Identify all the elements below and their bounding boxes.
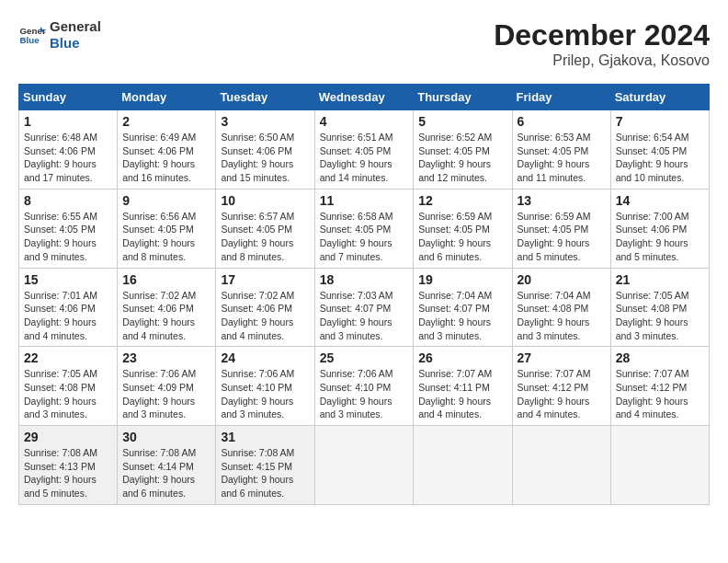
calendar-cell: 5Sunrise: 6:52 AMSunset: 4:05 PMDaylight… xyxy=(414,110,512,190)
day-number: 18 xyxy=(320,272,409,287)
calendar-week-row: 29Sunrise: 7:08 AMSunset: 4:13 PMDayligh… xyxy=(19,426,710,505)
calendar-cell: 6Sunrise: 6:53 AMSunset: 4:05 PMDaylight… xyxy=(512,110,610,190)
day-info: Sunrise: 6:58 AMSunset: 4:05 PMDaylight:… xyxy=(320,210,409,264)
day-number: 17 xyxy=(221,272,309,287)
day-info: Sunrise: 6:49 AMSunset: 4:06 PMDaylight:… xyxy=(122,131,210,185)
day-number: 15 xyxy=(24,272,112,287)
calendar-cell: 7Sunrise: 6:54 AMSunset: 4:05 PMDaylight… xyxy=(610,110,709,190)
calendar-cell: 8Sunrise: 6:55 AMSunset: 4:05 PMDaylight… xyxy=(19,189,118,268)
day-number: 30 xyxy=(122,430,210,444)
day-info: Sunrise: 7:08 AMSunset: 4:13 PMDaylight:… xyxy=(24,446,112,500)
calendar-cell: 4Sunrise: 6:51 AMSunset: 4:05 PMDaylight… xyxy=(314,110,414,190)
page-header: General Blue General Blue December 2024 … xyxy=(18,18,710,69)
day-info: Sunrise: 7:07 AMSunset: 4:12 PMDaylight:… xyxy=(616,367,704,421)
col-thursday: Thursday xyxy=(414,85,512,110)
calendar-cell: 14Sunrise: 7:00 AMSunset: 4:06 PMDayligh… xyxy=(610,189,709,268)
calendar-cell: 19Sunrise: 7:04 AMSunset: 4:07 PMDayligh… xyxy=(414,268,512,347)
calendar-header-row: Sunday Monday Tuesday Wednesday Thursday… xyxy=(19,85,710,110)
calendar-cell: 31Sunrise: 7:08 AMSunset: 4:15 PMDayligh… xyxy=(216,426,314,505)
day-number: 10 xyxy=(221,193,309,208)
month-title: December 2024 xyxy=(494,18,710,52)
calendar-cell: 26Sunrise: 7:07 AMSunset: 4:11 PMDayligh… xyxy=(414,347,512,426)
col-tuesday: Tuesday xyxy=(216,85,314,110)
day-info: Sunrise: 6:52 AMSunset: 4:05 PMDaylight:… xyxy=(418,131,506,185)
day-number: 28 xyxy=(616,350,704,365)
calendar-cell: 13Sunrise: 6:59 AMSunset: 4:05 PMDayligh… xyxy=(512,189,610,268)
day-number: 12 xyxy=(418,193,506,208)
day-number: 20 xyxy=(518,272,606,287)
day-info: Sunrise: 7:02 AMSunset: 4:06 PMDaylight:… xyxy=(221,289,309,343)
day-info: Sunrise: 7:07 AMSunset: 4:12 PMDaylight:… xyxy=(518,367,606,421)
calendar-cell: 16Sunrise: 7:02 AMSunset: 4:06 PMDayligh… xyxy=(118,268,216,347)
calendar-cell: 21Sunrise: 7:05 AMSunset: 4:08 PMDayligh… xyxy=(610,268,709,347)
day-number: 25 xyxy=(320,350,409,365)
logo-blue-text: Blue xyxy=(50,35,101,52)
day-number: 7 xyxy=(616,114,704,129)
day-number: 5 xyxy=(418,114,506,129)
day-number: 24 xyxy=(221,350,309,365)
day-number: 8 xyxy=(24,193,112,208)
col-saturday: Saturday xyxy=(610,85,709,110)
calendar-cell: 24Sunrise: 7:06 AMSunset: 4:10 PMDayligh… xyxy=(216,347,314,426)
calendar-cell: 30Sunrise: 7:08 AMSunset: 4:14 PMDayligh… xyxy=(118,426,216,505)
day-info: Sunrise: 7:05 AMSunset: 4:08 PMDaylight:… xyxy=(24,367,112,421)
day-number: 9 xyxy=(122,193,210,208)
col-sunday: Sunday xyxy=(19,85,118,110)
calendar-cell: 10Sunrise: 6:57 AMSunset: 4:05 PMDayligh… xyxy=(216,189,314,268)
day-info: Sunrise: 6:48 AMSunset: 4:06 PMDaylight:… xyxy=(24,131,112,185)
calendar-cell xyxy=(414,426,512,505)
day-info: Sunrise: 7:08 AMSunset: 4:14 PMDaylight:… xyxy=(122,446,210,500)
day-number: 31 xyxy=(221,430,309,444)
day-info: Sunrise: 7:04 AMSunset: 4:08 PMDaylight:… xyxy=(518,289,606,343)
day-info: Sunrise: 6:59 AMSunset: 4:05 PMDaylight:… xyxy=(518,210,606,264)
day-number: 29 xyxy=(24,430,112,444)
day-info: Sunrise: 7:03 AMSunset: 4:07 PMDaylight:… xyxy=(320,289,409,343)
calendar-cell: 25Sunrise: 7:06 AMSunset: 4:10 PMDayligh… xyxy=(314,347,414,426)
calendar-cell: 20Sunrise: 7:04 AMSunset: 4:08 PMDayligh… xyxy=(512,268,610,347)
calendar-cell: 1Sunrise: 6:48 AMSunset: 4:06 PMDaylight… xyxy=(19,110,118,190)
calendar-week-row: 22Sunrise: 7:05 AMSunset: 4:08 PMDayligh… xyxy=(19,347,710,426)
calendar-cell xyxy=(610,426,709,505)
calendar-cell: 11Sunrise: 6:58 AMSunset: 4:05 PMDayligh… xyxy=(314,189,414,268)
logo-general-text: General xyxy=(50,18,101,35)
day-number: 14 xyxy=(616,193,704,208)
day-number: 16 xyxy=(122,272,210,287)
calendar-cell: 17Sunrise: 7:02 AMSunset: 4:06 PMDayligh… xyxy=(216,268,314,347)
day-number: 21 xyxy=(616,272,704,287)
calendar-cell xyxy=(314,426,414,505)
day-info: Sunrise: 6:50 AMSunset: 4:06 PMDaylight:… xyxy=(221,131,309,185)
day-number: 19 xyxy=(418,272,506,287)
calendar-cell: 2Sunrise: 6:49 AMSunset: 4:06 PMDaylight… xyxy=(118,110,216,190)
day-number: 27 xyxy=(518,350,606,365)
day-number: 4 xyxy=(320,114,409,129)
day-number: 13 xyxy=(518,193,606,208)
day-number: 26 xyxy=(418,350,506,365)
day-number: 3 xyxy=(221,114,309,129)
day-number: 6 xyxy=(518,114,606,129)
calendar-cell xyxy=(512,426,610,505)
day-info: Sunrise: 7:07 AMSunset: 4:11 PMDaylight:… xyxy=(418,367,506,421)
calendar-cell: 28Sunrise: 7:07 AMSunset: 4:12 PMDayligh… xyxy=(610,347,709,426)
day-info: Sunrise: 7:05 AMSunset: 4:08 PMDaylight:… xyxy=(616,289,704,343)
calendar-cell: 12Sunrise: 6:59 AMSunset: 4:05 PMDayligh… xyxy=(414,189,512,268)
day-info: Sunrise: 6:55 AMSunset: 4:05 PMDaylight:… xyxy=(24,210,112,264)
day-info: Sunrise: 6:57 AMSunset: 4:05 PMDaylight:… xyxy=(221,210,309,264)
title-block: December 2024 Prilep, Gjakova, Kosovo xyxy=(494,18,710,69)
calendar-cell: 29Sunrise: 7:08 AMSunset: 4:13 PMDayligh… xyxy=(19,426,118,505)
day-info: Sunrise: 6:54 AMSunset: 4:05 PMDaylight:… xyxy=(616,131,704,185)
svg-text:Blue: Blue xyxy=(20,35,40,45)
day-info: Sunrise: 7:01 AMSunset: 4:06 PMDaylight:… xyxy=(24,289,112,343)
calendar-cell: 3Sunrise: 6:50 AMSunset: 4:06 PMDaylight… xyxy=(216,110,314,190)
col-friday: Friday xyxy=(512,85,610,110)
day-info: Sunrise: 7:08 AMSunset: 4:15 PMDaylight:… xyxy=(221,446,309,500)
day-info: Sunrise: 7:06 AMSunset: 4:09 PMDaylight:… xyxy=(122,367,210,421)
calendar-cell: 22Sunrise: 7:05 AMSunset: 4:08 PMDayligh… xyxy=(19,347,118,426)
day-info: Sunrise: 7:06 AMSunset: 4:10 PMDaylight:… xyxy=(320,367,409,421)
day-info: Sunrise: 7:00 AMSunset: 4:06 PMDaylight:… xyxy=(616,210,704,264)
calendar-cell: 9Sunrise: 6:56 AMSunset: 4:05 PMDaylight… xyxy=(118,189,216,268)
day-number: 2 xyxy=(122,114,210,129)
calendar-week-row: 15Sunrise: 7:01 AMSunset: 4:06 PMDayligh… xyxy=(19,268,710,347)
calendar-week-row: 1Sunrise: 6:48 AMSunset: 4:06 PMDaylight… xyxy=(19,110,710,190)
day-number: 23 xyxy=(122,350,210,365)
day-info: Sunrise: 6:56 AMSunset: 4:05 PMDaylight:… xyxy=(122,210,210,264)
